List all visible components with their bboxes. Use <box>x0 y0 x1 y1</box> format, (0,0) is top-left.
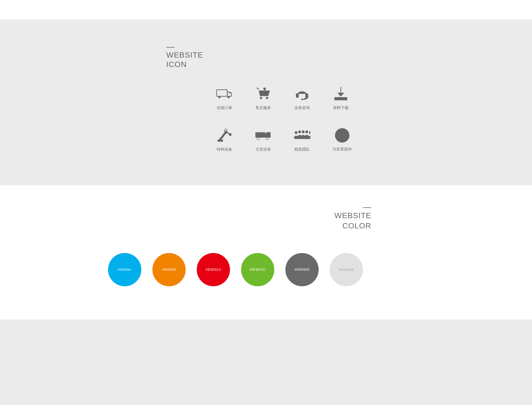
color-orange-label: #f08300 <box>162 267 176 272</box>
truck-large-icon <box>255 127 272 144</box>
icon-main-business-label: 主营业务 <box>255 147 271 152</box>
top-bar <box>0 0 532 19</box>
bottom-section <box>0 319 532 375</box>
color-title-line <box>363 207 371 208</box>
svg-point-20 <box>305 130 308 133</box>
svg-point-18 <box>298 130 301 133</box>
color-red: #E60012 <box>197 253 230 286</box>
color-section: WEBSITE COLOR #00afec #f08300 #E60012 #6… <box>0 185 532 319</box>
svg-point-7 <box>301 99 303 100</box>
icon-section-title-block: WEBSITE ICON <box>166 47 432 69</box>
svg-point-19 <box>302 130 305 133</box>
truck-icon <box>216 86 233 102</box>
headset-icon <box>294 86 310 102</box>
icon-elite-team-label: 精英团队 <box>294 147 310 152</box>
icon-online-order: 在线订单 <box>216 86 233 110</box>
icon-auto-parts-label: 汽车零部件 <box>332 147 352 152</box>
svg-point-2 <box>227 96 230 98</box>
color-dark-gray: #696969 <box>285 253 319 286</box>
svg-point-21 <box>309 131 310 134</box>
icon-business-consult-label: 业务咨询 <box>294 105 310 110</box>
svg-point-4 <box>266 97 268 99</box>
icon-download-label: 资料下载 <box>333 105 349 110</box>
color-blue-label: #00afec <box>118 267 132 272</box>
color-section-title: WEBSITE COLOR <box>100 211 371 231</box>
svg-rect-11 <box>229 133 231 136</box>
icon-after-sales-label: 售后服务 <box>255 105 271 110</box>
colors-row: #00afec #f08300 #E60012 #6FBA2C #696969 … <box>100 253 371 286</box>
color-green: #6FBA2C <box>241 253 274 286</box>
color-dark-gray-label: #696969 <box>295 267 310 272</box>
team-icon <box>294 127 310 144</box>
svg-rect-12 <box>255 132 265 138</box>
icon-section: WEBSITE ICON <box>0 19 532 185</box>
robot-arm-icon <box>216 127 233 144</box>
svg-point-3 <box>260 97 262 99</box>
icon-main-business: 主营业务 <box>255 127 272 152</box>
icon-download: 资料下载 <box>332 86 349 110</box>
icon-section-title: WEBSITE ICON <box>166 50 432 69</box>
icon-business-consult: 业务咨询 <box>294 86 310 110</box>
svg-point-1 <box>218 96 221 98</box>
svg-rect-13 <box>265 134 271 138</box>
icon-auto-parts: 汽车零部件 <box>332 127 352 152</box>
icon-after-sales: 售后服务 <box>255 86 272 110</box>
color-light-gray-label: #e1e1e1 <box>339 267 354 272</box>
svg-rect-5 <box>296 93 299 98</box>
cart-heart-icon <box>255 86 272 102</box>
icon-online-order-label: 在线订单 <box>217 105 232 110</box>
svg-point-23 <box>340 133 344 138</box>
icon-special-equipment-label: 特种设备 <box>217 147 232 152</box>
icon-title-line <box>166 47 175 48</box>
color-red-label: #E60012 <box>206 267 221 272</box>
svg-point-17 <box>295 131 297 134</box>
color-light-gray: #e1e1e1 <box>330 253 363 286</box>
download-icon <box>332 86 349 102</box>
color-green-label: #6FBA2C <box>249 267 266 272</box>
icon-elite-team: 精英团队 <box>294 127 310 152</box>
wheel-icon <box>334 127 351 144</box>
color-section-title-block: WEBSITE COLOR <box>100 207 371 231</box>
svg-rect-0 <box>217 90 227 96</box>
color-orange: #f08300 <box>152 253 186 286</box>
icon-special-equipment: 特种设备 <box>216 127 233 152</box>
page-container: WEBSITE ICON <box>0 0 532 405</box>
color-blue: #00afec <box>108 253 141 286</box>
